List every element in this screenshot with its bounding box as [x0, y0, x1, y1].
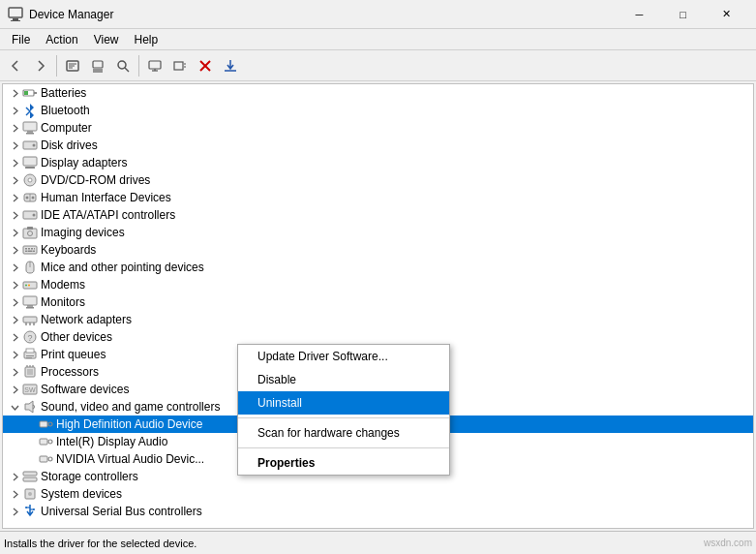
watermark: wsxdn.com [704, 538, 752, 548]
tree-item-modems[interactable]: Modems [3, 276, 753, 293]
tree-item-monitors[interactable]: Monitors [3, 293, 753, 311]
toolbar-add-legacy-button[interactable] [168, 54, 192, 77]
expand-arrow-print-queues [7, 347, 22, 362]
expand-arrow-network-adapters [7, 312, 22, 327]
maximize-button[interactable]: □ [661, 0, 705, 29]
item-label-dvd-cdrom: DVD/CD-ROM drives [41, 173, 150, 187]
window-title: Device Manager [29, 8, 618, 21]
toolbar-back-button[interactable] [4, 54, 27, 77]
menu-view[interactable]: View [86, 31, 127, 48]
tree-item-disk-drives[interactable]: Disk drives [3, 137, 753, 154]
minimize-button[interactable]: ─ [618, 0, 661, 29]
svg-text:?: ? [27, 333, 32, 343]
context-menu-item-uninstall[interactable]: Uninstall [238, 391, 449, 415]
tree-item-mice[interactable]: Mice and other pointing devices [3, 259, 753, 276]
svg-rect-78 [40, 439, 47, 445]
tree-item-batteries[interactable]: Batteries [3, 84, 753, 102]
expand-arrow-sound-video [7, 399, 22, 415]
tree-item-usb-controllers[interactable]: Universal Serial Bus controllers [3, 503, 753, 520]
svg-rect-15 [174, 62, 183, 70]
item-icon-usb-controllers [22, 504, 38, 519]
expand-arrow-other-devices [7, 329, 22, 345]
svg-point-79 [48, 440, 52, 444]
tree-item-bluetooth[interactable]: Bluetooth [3, 102, 753, 119]
expand-arrow-disk-drives [7, 138, 22, 153]
context-menu-item-scan[interactable]: Scan for hardware changes [238, 421, 449, 445]
context-menu-item-disable[interactable]: Disable [238, 368, 449, 391]
svg-rect-1 [13, 18, 18, 20]
item-label-system-devices: System devices [41, 487, 122, 501]
toolbar-uninstall-button[interactable] [194, 54, 217, 77]
svg-line-11 [125, 68, 129, 72]
expand-arrow-usb-controllers [7, 504, 22, 519]
tree-item-keyboards[interactable]: Keyboards [3, 241, 753, 259]
svg-point-37 [26, 197, 29, 200]
svg-rect-66 [26, 349, 34, 353]
close-button[interactable]: ✕ [705, 0, 748, 29]
menu-action[interactable]: Action [38, 31, 85, 48]
svg-rect-76 [40, 421, 47, 427]
item-label-disk-drives: Disk drives [41, 138, 98, 152]
tree-item-computer[interactable]: Computer [3, 119, 753, 137]
item-label-other-devices: Other devices [41, 330, 112, 344]
svg-rect-58 [26, 307, 34, 309]
item-label-display-adapters: Display adapters [41, 156, 127, 169]
tree-item-dvd-cdrom[interactable]: DVD/CD-ROM drives [3, 171, 753, 189]
tree-item-display-adapters[interactable]: Display adapters [3, 154, 753, 171]
tree-item-ide-ata[interactable]: IDE ATA/ATAPI controllers [3, 206, 753, 224]
toolbar-separator-1 [56, 55, 57, 77]
toolbar [0, 50, 756, 81]
item-icon-print-queues [22, 347, 38, 362]
svg-point-77 [48, 422, 52, 426]
tree-item-imaging[interactable]: Imaging devices [3, 224, 753, 241]
item-icon-ide-ata [22, 207, 38, 223]
svg-rect-51 [33, 251, 35, 253]
svg-rect-70 [27, 369, 33, 375]
menu-help[interactable]: Help [127, 31, 166, 48]
tree-item-network-adapters[interactable]: Network adapters [3, 311, 753, 328]
item-icon-processors [22, 364, 38, 380]
context-menu-item-update-driver[interactable]: Update Driver Software... [238, 345, 449, 368]
item-icon-human-interface [22, 190, 38, 205]
tree-item-human-interface[interactable]: Human Interface Devices [3, 189, 753, 206]
item-icon-high-def-audio [38, 416, 53, 432]
svg-rect-56 [23, 296, 37, 305]
item-icon-storage-controllers [22, 469, 38, 484]
svg-rect-59 [23, 317, 37, 323]
expand-arrow-software-devices [7, 382, 22, 397]
item-label-bluetooth: Bluetooth [41, 104, 90, 117]
item-icon-modems [22, 277, 38, 292]
svg-rect-26 [23, 122, 37, 131]
item-label-usb-controllers: Universal Serial Bus controllers [41, 505, 202, 518]
tree-item-system-devices[interactable]: System devices [3, 485, 753, 503]
svg-text:SW: SW [24, 386, 36, 393]
window-controls: ─ □ ✕ [618, 0, 748, 29]
item-label-sound-video: Sound, video and game controllers [41, 400, 220, 414]
expand-arrow-storage-controllers [7, 469, 22, 484]
item-icon-display-adapters [22, 155, 38, 170]
menu-file[interactable]: File [4, 31, 38, 48]
svg-point-85 [28, 492, 32, 496]
toolbar-forward-button[interactable] [29, 54, 52, 77]
svg-point-40 [33, 214, 36, 217]
item-label-print-queues: Print queues [41, 348, 106, 361]
svg-point-10 [118, 61, 126, 69]
toolbar-download-button[interactable] [219, 54, 242, 77]
context-menu-item-properties[interactable]: Properties [238, 451, 449, 475]
toolbar-properties-button[interactable] [61, 54, 84, 77]
item-icon-keyboards [22, 242, 38, 258]
item-label-intel-display-audio: Intel(R) Display Audio [56, 435, 167, 448]
svg-rect-46 [28, 248, 30, 250]
toolbar-scan-button[interactable] [111, 54, 135, 77]
expand-arrow-mice [7, 260, 22, 275]
item-label-modems: Modems [41, 278, 85, 292]
svg-point-30 [33, 144, 36, 147]
item-icon-intel-display-audio [38, 434, 53, 449]
expand-arrow-ide-ata [7, 207, 22, 223]
toolbar-update-driver-button[interactable] [86, 54, 109, 77]
svg-point-88 [25, 507, 27, 508]
toolbar-device-mgr-button[interactable] [143, 54, 166, 77]
svg-rect-82 [23, 472, 37, 476]
item-label-human-interface: Human Interface Devices [41, 191, 171, 204]
svg-point-34 [28, 178, 32, 182]
